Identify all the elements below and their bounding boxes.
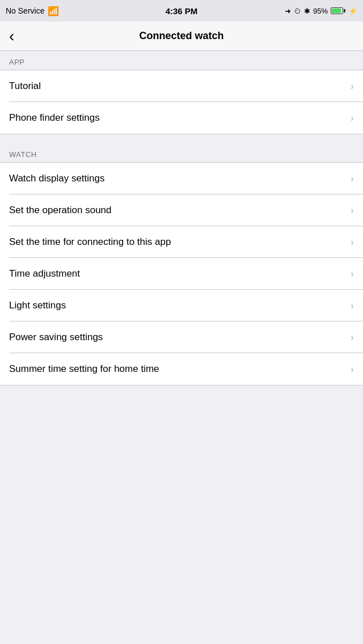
phone-finder-chevron: › <box>351 112 354 124</box>
time-adjustment-chevron: › <box>351 268 354 280</box>
list-item-connecting-time[interactable]: Set the time for connecting to this app … <box>0 226 363 258</box>
status-right: ➜ ⏲ ✱ 95% ⚡ <box>285 7 357 15</box>
power-saving-chevron: › <box>351 332 354 344</box>
section-header-app: APP <box>0 51 363 70</box>
list-item-time-adjustment[interactable]: Time adjustment › <box>0 258 363 290</box>
section-header-watch: WATCH <box>0 134 363 162</box>
time-adjustment-label: Time adjustment <box>9 268 80 279</box>
list-item-phone-finder[interactable]: Phone finder settings › <box>0 102 363 134</box>
list-item-power-saving[interactable]: Power saving settings › <box>0 321 363 353</box>
app-list-group: Tutorial › Phone finder settings › <box>0 70 363 134</box>
location-icon: ➜ <box>285 7 291 15</box>
connecting-time-label: Set the time for connecting to this app <box>9 236 171 248</box>
status-time: 4:36 PM <box>166 6 198 16</box>
phone-finder-label: Phone finder settings <box>9 112 100 124</box>
watch-display-chevron: › <box>351 173 354 185</box>
battery-icon <box>331 7 345 14</box>
power-saving-label: Power saving settings <box>9 332 103 343</box>
list-item-tutorial[interactable]: Tutorial › <box>0 70 363 102</box>
light-settings-chevron: › <box>351 300 354 312</box>
charging-icon: ⚡ <box>348 7 357 15</box>
nav-header: ‹ Connected watch <box>0 22 363 51</box>
tutorial-label: Tutorial <box>9 80 41 92</box>
status-left: No Service 📶 <box>6 6 59 16</box>
back-button[interactable]: ‹ <box>9 28 20 44</box>
wifi-icon: 📶 <box>48 6 59 16</box>
connecting-time-chevron: › <box>351 236 354 248</box>
list-item-operation-sound[interactable]: Set the operation sound › <box>0 194 363 226</box>
page-title: Connected watch <box>139 30 223 42</box>
tutorial-chevron: › <box>351 80 354 92</box>
status-bar: No Service 📶 4:36 PM ➜ ⏲ ✱ 95% ⚡ <box>0 0 363 22</box>
summer-time-label: Summer time setting for home time <box>9 363 159 375</box>
light-settings-label: Light settings <box>9 300 66 311</box>
bluetooth-icon: ✱ <box>304 7 310 15</box>
watch-display-label: Watch display settings <box>9 173 105 184</box>
operation-sound-label: Set the operation sound <box>9 205 112 216</box>
carrier-label: No Service <box>6 6 44 15</box>
list-item-summer-time[interactable]: Summer time setting for home time › <box>0 353 363 385</box>
list-item-watch-display[interactable]: Watch display settings › <box>0 163 363 194</box>
alarm-icon: ⏲ <box>294 7 301 15</box>
list-item-light-settings[interactable]: Light settings › <box>0 290 363 321</box>
watch-list-group: Watch display settings › Set the operati… <box>0 162 363 385</box>
battery-percent: 95% <box>313 7 328 15</box>
summer-time-chevron: › <box>351 363 354 375</box>
operation-sound-chevron: › <box>351 205 354 217</box>
